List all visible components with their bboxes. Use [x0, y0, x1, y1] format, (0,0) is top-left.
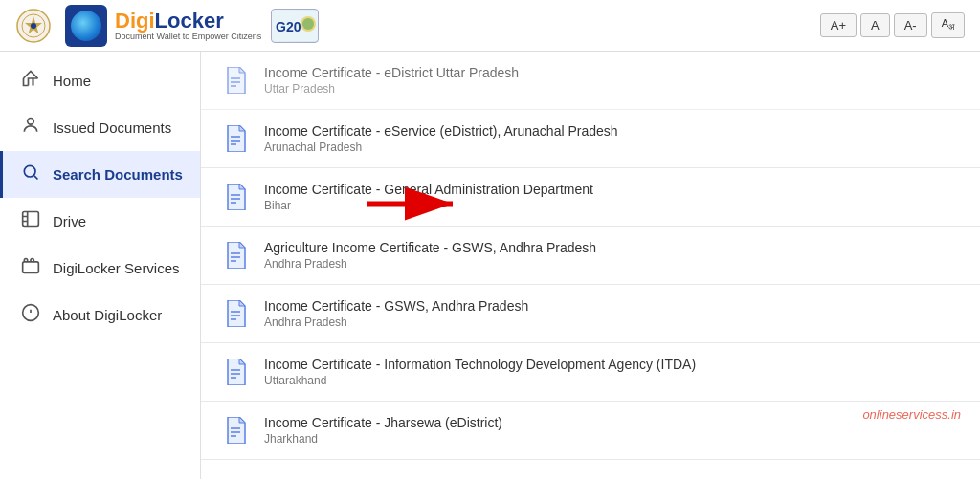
document-list-container[interactable]: Income Certificate - eDistrict Uttar Pra…	[201, 52, 980, 479]
doc-state: Andhra Pradesh	[264, 316, 528, 329]
home-icon	[20, 69, 41, 93]
g20-badge: G20	[271, 9, 319, 43]
services-icon	[20, 256, 41, 280]
logo-name: DigiLocker	[115, 11, 261, 32]
doc-icon	[220, 415, 251, 446]
sidebar-item-search-documents[interactable]: Search Documents	[0, 151, 200, 198]
header-right: A+ A A- Aअ	[820, 12, 965, 37]
svg-point-3	[31, 23, 36, 29]
doc-icon	[220, 65, 251, 96]
sidebar-item-about-label: About DigiLocker	[53, 307, 162, 323]
doc-state: Uttarakhand	[264, 374, 696, 387]
doc-state: Uttar Pradesh	[264, 82, 519, 96]
svg-point-9	[24, 165, 35, 177]
doc-info: Income Certificate - General Administrat…	[264, 182, 593, 212]
font-normal-button[interactable]: A	[860, 13, 890, 37]
list-item[interactable]: Income Certificate - General Administrat…	[201, 168, 980, 227]
doc-icon	[220, 298, 251, 329]
doc-icon	[220, 182, 251, 212]
list-item[interactable]: Income Certificate - eDistrict Uttar Pra…	[201, 52, 980, 110]
sidebar-item-home[interactable]: Home	[0, 57, 200, 104]
list-item[interactable]: Agriculture Income Certificate - GSWS, A…	[201, 227, 980, 285]
list-item[interactable]: Income Certificate - eService (eDistrict…	[201, 110, 980, 168]
sidebar-item-issued-label: Issued Documents	[53, 120, 171, 136]
svg-point-8	[28, 119, 34, 125]
doc-state: Jharkhand	[264, 432, 502, 446]
sidebar-item-services-label: DigiLocker Services	[53, 260, 180, 276]
svg-text:G20: G20	[276, 19, 301, 34]
about-icon	[20, 303, 41, 327]
doc-info: Income Certificate - eDistrict Uttar Pra…	[264, 65, 519, 96]
gov-emblem	[15, 8, 52, 44]
doc-title: Income Certificate - GSWS, Andhra Prades…	[264, 298, 528, 314]
document-list: Income Certificate - eDistrict Uttar Pra…	[201, 52, 980, 460]
doc-info: Income Certificate - Information Technol…	[264, 357, 696, 387]
doc-info: Income Certificate - eService (eDistrict…	[264, 123, 618, 154]
svg-rect-10	[23, 212, 39, 227]
doc-icon	[220, 123, 251, 154]
svg-rect-11	[23, 262, 39, 273]
doc-title: Agriculture Income Certificate - GSWS, A…	[264, 240, 596, 255]
font-language-button[interactable]: Aअ	[931, 12, 965, 37]
doc-title: Income Certificate - Information Technol…	[264, 357, 696, 372]
font-increase-button[interactable]: A+	[820, 13, 857, 37]
list-item[interactable]: Income Certificate - GSWS, Andhra Prades…	[201, 285, 980, 343]
logo-text: DigiLocker Document Wallet to Empower Ci…	[115, 11, 261, 41]
search-icon	[20, 163, 41, 186]
app-header: DigiLocker Document Wallet to Empower Ci…	[0, 0, 980, 52]
logo-tagline: Document Wallet to Empower Citizens	[115, 32, 261, 41]
doc-state: Bihar	[264, 199, 593, 212]
sidebar-item-about[interactable]: About DigiLocker	[0, 292, 200, 338]
sidebar: Home Issued Documents Search Documents D…	[0, 52, 201, 479]
drive-icon	[20, 209, 41, 233]
doc-title: Income Certificate - Jharsewa (eDistrict…	[264, 415, 502, 430]
font-decrease-button[interactable]: A-	[894, 13, 927, 37]
logo-icon	[65, 5, 107, 47]
doc-title: Income Certificate - eDistrict Uttar Pra…	[264, 65, 519, 80]
watermark: onlineservicess.in	[862, 407, 961, 422]
doc-info: Income Certificate - Jharsewa (eDistrict…	[264, 415, 502, 446]
sidebar-item-drive-label: Drive	[53, 213, 86, 229]
main-layout: Home Issued Documents Search Documents D…	[0, 52, 980, 479]
sidebar-item-home-label: Home	[53, 73, 91, 89]
list-item[interactable]: Income Certificate - Information Technol…	[201, 343, 980, 402]
doc-info: Income Certificate - GSWS, Andhra Prades…	[264, 298, 528, 329]
sidebar-item-drive[interactable]: Drive	[0, 198, 200, 245]
logo-area: DigiLocker Document Wallet to Empower Ci…	[65, 5, 261, 47]
header-left: DigiLocker Document Wallet to Empower Ci…	[15, 5, 319, 47]
sidebar-item-search-label: Search Documents	[53, 166, 183, 183]
svg-point-7	[302, 18, 314, 30]
doc-state: Arunachal Pradesh	[264, 141, 618, 154]
issued-docs-icon	[20, 116, 41, 140]
doc-info: Agriculture Income Certificate - GSWS, A…	[264, 240, 596, 271]
doc-icon	[220, 240, 251, 271]
doc-title: Income Certificate - eService (eDistrict…	[264, 123, 618, 139]
doc-state: Andhra Pradesh	[264, 257, 596, 271]
sidebar-item-issued-documents[interactable]: Issued Documents	[0, 104, 200, 151]
sidebar-item-digilocker-services[interactable]: DigiLocker Services	[0, 245, 200, 292]
doc-title: Income Certificate - General Administrat…	[264, 182, 593, 197]
doc-icon	[220, 357, 251, 387]
